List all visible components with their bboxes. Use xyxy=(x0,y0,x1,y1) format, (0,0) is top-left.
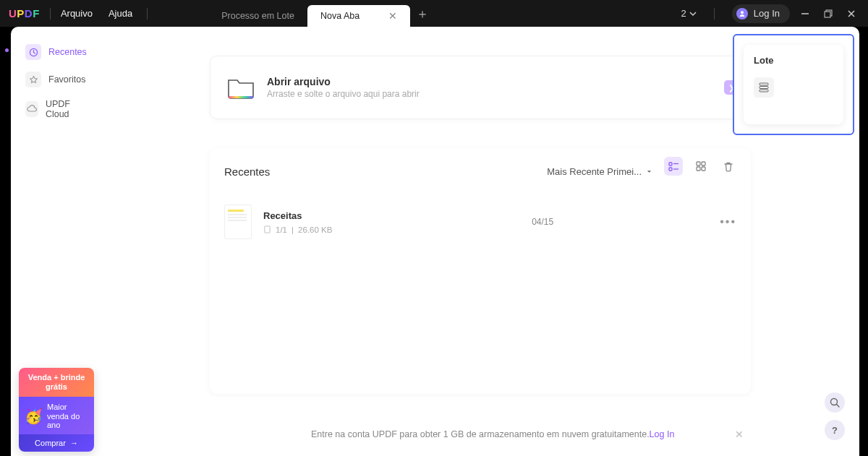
trash-icon xyxy=(723,161,733,172)
avatar-icon xyxy=(736,8,748,20)
dropdown-num: 2 xyxy=(681,8,686,19)
grid-icon xyxy=(696,161,706,171)
sidebar-item-label: Recentes xyxy=(48,47,87,57)
open-file-card[interactable]: Abrir arquivo Arraste e solte o arquivo … xyxy=(210,56,751,119)
divider xyxy=(714,8,715,20)
file-more-button[interactable]: ••• xyxy=(720,215,736,228)
recent-panel: Recentes Mais Recente Primei... Receitas xyxy=(210,148,751,394)
svg-rect-5 xyxy=(229,96,253,98)
promo-card: Venda + brinde grátis 🥳 Maior venda do a… xyxy=(19,368,94,452)
svg-rect-7 xyxy=(760,87,768,89)
banner-text: Entre na conta UPDF para obter 1 GB de a… xyxy=(311,429,650,439)
close-icon[interactable]: ✕ xyxy=(388,10,397,22)
divider xyxy=(50,8,51,20)
open-card-subtitle: Arraste e solte o arquivo aqui para abri… xyxy=(267,89,420,99)
notifications-dropdown[interactable]: 2 xyxy=(681,8,697,19)
meta-divider: | xyxy=(292,225,294,234)
clock-icon xyxy=(25,44,41,60)
batch-icon-button[interactable] xyxy=(754,77,774,98)
active-indicator-dot xyxy=(5,48,9,52)
sidebar-item-cloud[interactable]: UPDF Cloud xyxy=(20,95,93,124)
banner-login-link[interactable]: Log In xyxy=(650,429,675,439)
chevron-down-icon xyxy=(689,10,697,17)
file-size: 26.60 KB xyxy=(298,225,332,234)
sort-label: Mais Recente Primei... xyxy=(547,166,642,177)
file-date: 04/15 xyxy=(532,217,553,227)
cloud-storage-banner: Entre na conta UPDF para obter 1 GB de a… xyxy=(311,429,744,440)
svg-point-0 xyxy=(741,11,744,14)
menu-file[interactable]: Arquivo xyxy=(61,8,93,19)
svg-rect-10 xyxy=(669,168,672,171)
sidebar-item-label: UPDF Cloud xyxy=(46,99,87,119)
login-label: Log In xyxy=(754,8,780,19)
main-area: Abrir arquivo Arraste e solte o arquivo … xyxy=(101,27,859,456)
sidebar-item-favorites[interactable]: Favoritos xyxy=(20,67,93,92)
file-row[interactable]: Receitas 1/1 | 26.60 KB 04/15 ••• xyxy=(210,194,751,249)
title-bar: UPDF Arquivo Ajuda Processo em Lote Nova… xyxy=(0,0,868,27)
grid-view-button[interactable] xyxy=(692,157,710,176)
recent-title: Recentes xyxy=(224,165,270,178)
file-thumbnail xyxy=(224,205,252,239)
arrow-right-icon: → xyxy=(70,439,78,447)
caret-down-icon xyxy=(646,168,652,175)
svg-rect-13 xyxy=(697,162,700,165)
promo-line2: Maior venda do ano xyxy=(47,403,88,430)
app-logo: UPDF xyxy=(9,7,40,20)
file-meta: 1/1 | 26.60 KB xyxy=(263,225,332,234)
open-card-text: Abrir arquivo Arraste e solte o arquivo … xyxy=(267,76,420,99)
star-icon xyxy=(25,72,41,87)
close-window-button[interactable] xyxy=(843,6,859,22)
banner-close-button[interactable]: ✕ xyxy=(735,429,744,440)
svg-rect-17 xyxy=(265,226,270,233)
svg-rect-6 xyxy=(760,83,768,85)
lote-highlight-panel: Lote xyxy=(733,34,854,135)
question-icon: ? xyxy=(832,425,838,436)
svg-rect-9 xyxy=(669,163,672,165)
tab-new-tab[interactable]: Nova Aba ✕ xyxy=(307,5,410,27)
trash-button[interactable] xyxy=(719,157,738,176)
sidebar-item-recents[interactable]: Recentes xyxy=(20,40,93,64)
login-button[interactable]: Log In xyxy=(732,4,790,23)
magnifier-icon xyxy=(830,397,840,408)
minimize-button[interactable] xyxy=(797,6,813,22)
lote-title: Lote xyxy=(754,55,833,66)
titlebar-right: 2 Log In xyxy=(681,4,859,23)
cloud-icon xyxy=(25,101,38,117)
party-emoji-icon: 🥳 xyxy=(25,408,43,425)
zoom-button[interactable] xyxy=(825,392,845,413)
recent-header: Recentes Mais Recente Primei... xyxy=(210,158,751,184)
view-toggle-group xyxy=(664,157,710,176)
file-pages: 1/1 xyxy=(276,225,287,234)
menu-help[interactable]: Ajuda xyxy=(109,8,132,19)
promo-line1: Venda + brinde grátis xyxy=(19,368,94,397)
tab-label: Processo em Lote xyxy=(221,11,294,21)
tab-strip: Processo em Lote Nova Aba ✕ ＋ xyxy=(208,0,429,27)
svg-rect-3 xyxy=(825,12,830,17)
open-card-title: Abrir arquivo xyxy=(267,76,420,87)
promo-cta: Comprar xyxy=(35,439,66,447)
svg-line-19 xyxy=(837,405,840,408)
file-info: Receitas 1/1 | 26.60 KB xyxy=(263,210,332,234)
lote-card: Lote xyxy=(744,45,843,124)
svg-rect-8 xyxy=(760,90,768,92)
logo-text: UPDF xyxy=(9,7,40,20)
tab-label: Nova Aba xyxy=(320,11,359,21)
file-name: Receitas xyxy=(263,210,332,221)
tab-batch-process[interactable]: Processo em Lote xyxy=(208,5,307,27)
folder-icon xyxy=(226,74,255,100)
help-button[interactable]: ? xyxy=(825,420,845,440)
maximize-button[interactable] xyxy=(820,6,836,22)
app-frame: Recentes Favoritos UPDF Cloud Abrir arqu… xyxy=(11,27,859,456)
svg-rect-16 xyxy=(702,167,705,171)
divider xyxy=(147,8,148,20)
page-icon xyxy=(263,225,271,233)
promo-buy-button[interactable]: Comprar → xyxy=(19,434,94,452)
menu-bar: Arquivo Ajuda xyxy=(61,8,132,19)
add-tab-button[interactable]: ＋ xyxy=(416,5,429,22)
stack-icon xyxy=(758,82,770,93)
list-icon xyxy=(668,162,679,171)
svg-rect-15 xyxy=(697,167,700,171)
sort-dropdown[interactable]: Mais Recente Primei... xyxy=(547,166,652,177)
sidebar-item-label: Favoritos xyxy=(48,74,85,85)
list-view-button[interactable] xyxy=(664,157,683,176)
